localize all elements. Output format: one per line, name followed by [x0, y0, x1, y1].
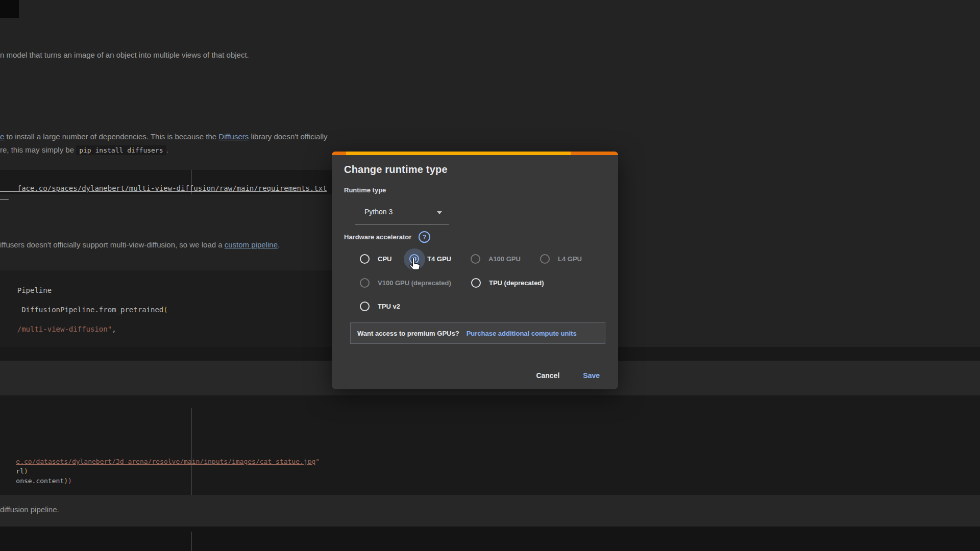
code-paren: ( [163, 306, 167, 314]
radio-icon [471, 278, 481, 288]
requirements-url-link[interactable]: face.co/spaces/dylanebert/multi-view-dif… [0, 176, 327, 201]
code-paren: ) [64, 477, 68, 485]
image-url-link[interactable]: e.co/datasets/dylanebert/3d-arena/resolv… [16, 458, 315, 465]
radio-label: TPU (deprecated) [489, 279, 544, 287]
runtime-type-value: Python 3 [364, 208, 393, 216]
colab-notebook-page: n model that turns an image of an object… [0, 0, 980, 551]
dialog-title: Change runtime type [344, 164, 448, 176]
help-icon[interactable]: ? [419, 231, 430, 243]
markdown-text-line: diffusion pipeline. [0, 505, 59, 514]
radio-icon [360, 302, 370, 311]
markdown-text: diffusion pipeline. [0, 505, 59, 514]
radio-icon [360, 254, 370, 264]
code-line: /multi-view-diffusion", [0, 317, 116, 341]
code-line: onse.content)) [0, 469, 72, 492]
progress-bar [332, 152, 618, 155]
code-token: Pipeline [17, 286, 52, 294]
purchase-compute-units-link[interactable]: Purchase additional compute units [467, 330, 577, 337]
paragraph-text: to install a large number of dependencie… [4, 132, 218, 141]
markdown-paragraph: iffusers doesn't officially support mult… [0, 240, 280, 249]
premium-gpu-banner: Want access to premium GPUs? Purchase ad… [350, 322, 605, 344]
radio-option-l4-gpu[interactable]: L4 GPU [540, 254, 582, 264]
radio-option-cpu[interactable]: CPU [360, 254, 391, 264]
radio-option-tpu[interactable]: TPU (deprecated) [471, 278, 544, 288]
banner-text: Want access to premium GPUs? [357, 330, 459, 337]
radio-selected-icon [409, 254, 419, 264]
hardware-accelerator-row: Hardware accelerator ? [344, 231, 430, 243]
markdown-paragraph: e to install a large number of dependenc… [0, 132, 328, 141]
diffusers-link[interactable]: Diffusers [218, 132, 249, 141]
markdown-text-line: n model that turns an image of an object… [0, 51, 249, 59]
radio-icon [471, 254, 480, 264]
code-string: " [315, 458, 320, 465]
radio-label: A100 GPU [488, 255, 521, 263]
radio-icon [540, 254, 550, 264]
custom-pipeline-link[interactable]: custom pipeline [225, 240, 278, 249]
code-token: onse.content [16, 477, 64, 485]
radio-icon [360, 278, 370, 288]
runtime-type-select[interactable]: Python 3 [355, 202, 449, 224]
paragraph-text: iffusers doesn't officially support mult… [0, 240, 225, 249]
code-cell-band [0, 527, 980, 551]
radio-option-v100-gpu[interactable]: V100 GPU (deprecated) [360, 278, 451, 288]
cancel-button[interactable]: Cancel [527, 368, 569, 383]
code-token: DiffusionPipeline.from_pretrained [17, 306, 164, 314]
code-string: /multi-view-diffusion" [17, 325, 112, 333]
radio-label: TPU v2 [378, 303, 400, 310]
radio-option-a100-gpu[interactable]: A100 GPU [471, 254, 521, 264]
markdown-cell-band [0, 495, 980, 527]
radio-label: T4 GPU [427, 255, 451, 263]
paragraph-text: re, this may simply be [0, 145, 76, 154]
runtime-type-label: Runtime type [344, 186, 386, 194]
radio-label: V100 GPU (deprecated) [378, 279, 451, 287]
url-text: face.co/spaces/dylanebert/multi-view-dif… [17, 184, 327, 192]
save-button[interactable]: Save [574, 368, 609, 383]
chevron-down-icon [437, 211, 442, 214]
paragraph-text: . [166, 145, 168, 154]
paragraph-text: . [278, 240, 280, 249]
markdown-text: n model that turns an image of an object… [0, 51, 249, 59]
radio-label: L4 GPU [558, 255, 582, 263]
radio-option-t4-gpu[interactable]: T4 GPU [409, 254, 451, 264]
code-token: , [112, 325, 116, 333]
paragraph-text: library doesn't officially [249, 132, 327, 141]
change-runtime-type-dialog: Change runtime type Runtime type Python … [332, 152, 618, 389]
dialog-buttons: Cancel Save [527, 368, 609, 383]
code-cell-band [0, 395, 980, 495]
inline-code: pip install diffusers [76, 145, 166, 155]
cell-divider-line [191, 532, 192, 551]
radio-option-tpu-v2[interactable]: TPU v2 [360, 302, 400, 311]
corner-patch [0, 0, 19, 18]
radio-label: CPU [378, 255, 391, 263]
markdown-paragraph: re, this may simply be pip install diffu… [0, 145, 168, 154]
hardware-accelerator-label: Hardware accelerator [344, 233, 411, 241]
code-paren: ) [68, 477, 72, 485]
